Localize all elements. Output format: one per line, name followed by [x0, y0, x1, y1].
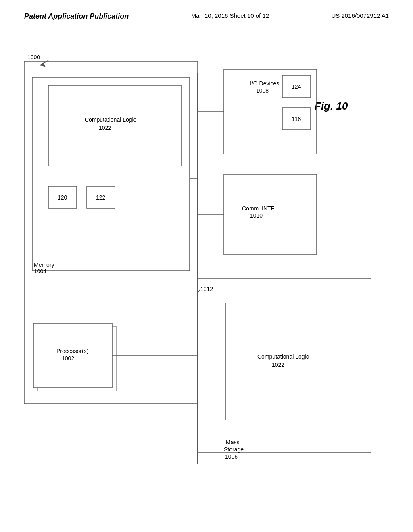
page: Patent Application Publication Mar. 10, … [0, 0, 413, 532]
comp-logic-mass-label: Computational Logic [257, 353, 309, 360]
comm-intf-id: 1010 [250, 212, 263, 219]
comp-logic-memory-label: Computational Logic [85, 116, 136, 123]
comm-intf-box [224, 174, 317, 255]
io-devices-label: I/O Devices [250, 80, 279, 87]
io-devices-id: 1008 [256, 87, 269, 94]
comp-logic-mass-box [226, 303, 359, 420]
module-122-label: 122 [96, 194, 106, 201]
system-id: 1000 [27, 54, 40, 60]
page-header: Patent Application Publication Mar. 10, … [0, 0, 413, 25]
comm-intf-label: Comm. INTF [242, 205, 274, 212]
module-120-label: 120 [58, 194, 67, 201]
figure-label: Fig. 10 [315, 100, 348, 112]
module-124-label: 124 [292, 83, 301, 90]
diagram-area: Fig. 10 1000 Memory 1004 Computational L… [0, 29, 413, 513]
module-118-label: 118 [292, 116, 301, 122]
memory-label: Memory [34, 262, 54, 268]
processor-label: Processor(s) [56, 348, 88, 354]
processor-id: 1002 [62, 355, 74, 362]
memory-box [32, 77, 190, 271]
comp-logic-memory-box [48, 85, 181, 166]
comp-logic-mass-id: 1022 [272, 362, 284, 368]
sheet-info: Mar. 10, 2016 Sheet 10 of 12 [191, 12, 269, 19]
bus-id: 1012 [200, 286, 213, 292]
main-diagram: Fig. 10 1000 Memory 1004 Computational L… [0, 29, 413, 513]
patent-number: US 2016/0072912 A1 [331, 12, 389, 19]
publication-title: Patent Application Publication [24, 12, 129, 21]
memory-id: 1004 [34, 268, 46, 274]
mass-storage-label: Mass [226, 439, 239, 445]
system-arrow-head [40, 62, 46, 67]
mass-storage-id: 1006 [225, 453, 238, 460]
mass-storage-label2: Storage [224, 446, 244, 453]
comp-logic-memory-id: 1022 [99, 125, 111, 131]
bus-arrow-line [198, 289, 200, 293]
